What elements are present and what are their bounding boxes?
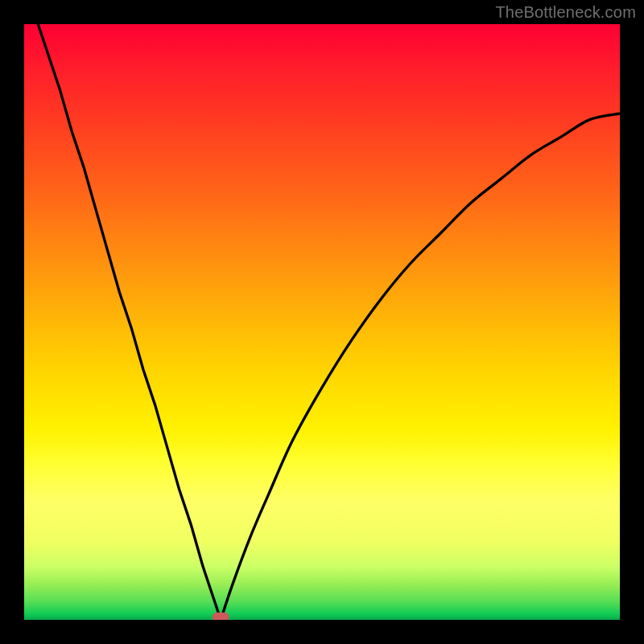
chart-svg — [24, 24, 620, 620]
watermark-text: TheBottleneck.com — [495, 3, 636, 22]
plot-area — [24, 24, 620, 620]
optimum-marker — [213, 613, 229, 620]
bottleneck-curve — [36, 24, 620, 620]
chart-frame: TheBottleneck.com — [0, 0, 644, 644]
